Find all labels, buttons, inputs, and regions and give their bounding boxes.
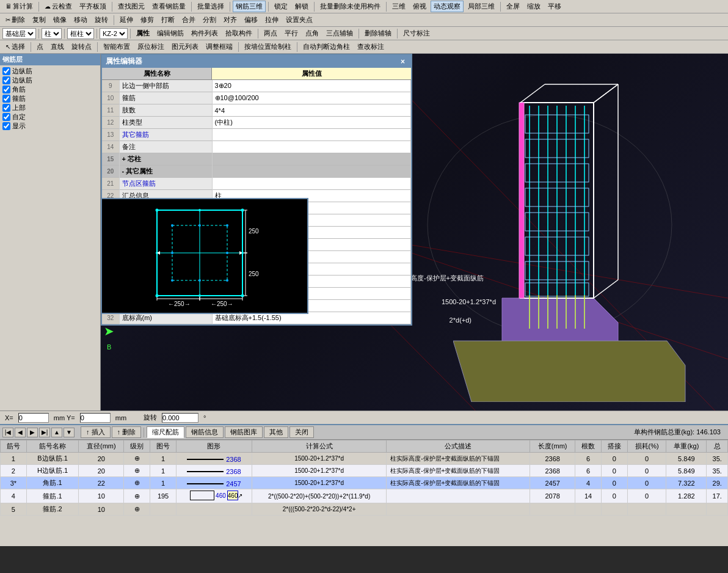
tb-local-3d[interactable]: 局部三维 — [465, 1, 498, 12]
nav-down[interactable]: ▼ — [64, 428, 75, 437]
tb-check-ann[interactable]: 查改标注 — [354, 41, 387, 53]
rotate-input[interactable] — [162, 413, 198, 423]
tb-trim[interactable]: 修剪 — [137, 14, 157, 26]
prop-editor-close[interactable]: × — [398, 57, 407, 66]
tb-align2[interactable]: 对齐 — [220, 14, 240, 26]
prop-row[interactable]: 9 比边一侧中部筋 3⊕20 — [102, 80, 411, 92]
tb-top[interactable]: 俯视 — [410, 1, 429, 12]
prop-row-value[interactable] — [212, 141, 411, 153]
sidebar-cb-6[interactable] — [2, 113, 10, 121]
sidebar-item-bianzjin[interactable]: 边纵筋 — [2, 67, 98, 76]
nav-prev[interactable]: ◀ — [15, 428, 26, 437]
prop-row[interactable]: 14 备注 — [102, 141, 411, 153]
tb-calc[interactable]: 🖩 算计算 — [2, 1, 36, 12]
prop-row-value[interactable] — [212, 129, 411, 141]
tb-split[interactable]: 分割 — [200, 14, 219, 26]
tb-rotate-point[interactable]: 旋转点 — [68, 41, 95, 53]
tb-dim-size[interactable]: 尺寸标注 — [400, 27, 433, 39]
tab-rebar-info[interactable]: 钢筋信息 — [186, 426, 224, 438]
tb-delete[interactable]: ✂ 删除 — [2, 14, 28, 26]
nav-next[interactable]: ▶ — [27, 428, 38, 437]
sidebar-cb-3[interactable] — [2, 86, 10, 93]
tb-dynamic[interactable]: 动态观察 — [431, 1, 464, 12]
comp-sub-select[interactable]: 框柱 — [67, 28, 94, 39]
nav-last[interactable]: ▶| — [39, 428, 50, 437]
tb-break[interactable]: 打断 — [158, 14, 178, 26]
prop-row[interactable]: 21 节点区箍筋 — [102, 178, 411, 190]
layer-select[interactable]: 基础层 — [2, 28, 36, 39]
tb-copy[interactable]: 复制 — [29, 14, 49, 26]
tb-draw-point[interactable]: 点 — [34, 41, 46, 53]
tb-3d[interactable]: 三维 — [389, 1, 409, 12]
sidebar-cb-1[interactable] — [2, 67, 10, 75]
sidebar-item-bianzjin2[interactable]: 边纵筋 — [2, 76, 98, 85]
tb-parallel[interactable]: 平行 — [282, 27, 301, 39]
tb-elem-list[interactable]: 图元列表 — [169, 41, 202, 53]
tb-pan[interactable]: 平移 — [545, 1, 564, 12]
tb-prop[interactable]: 属性 — [133, 27, 153, 39]
sidebar-item-jiaoyin[interactable]: 角筋 — [2, 85, 98, 94]
sidebar-item-xianshi[interactable]: 显示 — [2, 122, 98, 131]
sidebar-item-hujin[interactable]: 箍筋 — [2, 94, 98, 103]
sidebar-cb-2[interactable] — [2, 76, 10, 84]
prop-row[interactable]: 15 + 芯柱 — [102, 153, 411, 166]
sidebar-cb-5[interactable] — [2, 104, 10, 112]
prop-row-value[interactable] — [212, 324, 411, 325]
y-input[interactable] — [80, 413, 111, 423]
table-row[interactable]: 3* 角筋.1 22 ⊕ 1 2457 1500-20+1.2*37*d 柱实际… — [1, 477, 728, 489]
tb-merge[interactable]: 合并 — [179, 14, 198, 26]
tab-scale[interactable]: 缩尺配筋 — [147, 426, 184, 438]
tb-unlock[interactable]: 解锁 — [292, 1, 311, 12]
sidebar-item-shang[interactable]: 上部 — [2, 103, 98, 112]
comp-id-select[interactable]: KZ-2 — [100, 28, 128, 39]
tb-batch-select[interactable]: 批量选择 — [194, 1, 227, 12]
tb-fullscreen[interactable]: 全屏 — [503, 1, 523, 12]
prop-row-value[interactable] — [212, 153, 411, 166]
tb-view-rebar[interactable]: 查看钢筋量 — [149, 1, 189, 12]
tb-lock[interactable]: 锁定 — [271, 1, 291, 12]
tb-cloud[interactable]: ☁ 云检查 — [42, 1, 75, 12]
tb-find[interactable]: 查找图元 — [115, 1, 148, 12]
tb-rebar3d[interactable]: 钢筋三维 — [233, 1, 266, 12]
table-row[interactable]: 5 箍筋.2 10 ⊕ 2*(((500-2*20-2*d-22)/4*2+ — [1, 503, 728, 516]
prop-row-value[interactable]: 3⊕20 — [212, 80, 411, 92]
tb-align[interactable]: 平齐板顶 — [76, 1, 109, 12]
prop-row-value[interactable]: (中柱) — [212, 117, 411, 129]
tb-batch-delete[interactable]: 批量删除未使用构件 — [317, 1, 384, 12]
prop-row-value[interactable]: ⊕10@100/200 — [212, 92, 411, 104]
nav-up[interactable]: ▲ — [51, 428, 62, 437]
tb-three-point[interactable]: 三点辅轴 — [323, 27, 356, 39]
tab-other[interactable]: 其他 — [264, 426, 288, 438]
tab-close[interactable]: 关闭 — [289, 426, 314, 438]
table-row[interactable]: 1 B边纵筋.1 20 ⊕ 1 2368 1500-20+1.2*37*d 柱实… — [1, 453, 728, 465]
tb-delete-axis[interactable]: 删除辅轴 — [362, 27, 395, 39]
prop-row-value[interactable] — [212, 178, 411, 190]
comp-type-select[interactable]: 柱 — [42, 28, 62, 39]
prop-row[interactable]: 20 - 其它属性 — [102, 166, 411, 178]
sidebar-cb-4[interactable] — [2, 95, 10, 103]
tab-rebar-lib[interactable]: 钢筋图库 — [225, 426, 263, 438]
tb-point-angle[interactable]: 点角 — [302, 27, 322, 39]
tb-orig-ann[interactable]: 原位标注 — [134, 41, 167, 53]
tb-mirror[interactable]: 镜像 — [50, 14, 70, 26]
tb-wall-place[interactable]: 按墙位置绘制柱 — [241, 41, 294, 53]
tb-adjust-end[interactable]: 调整框端 — [203, 41, 236, 53]
prop-row[interactable]: 33 桩固搭接 — [102, 324, 411, 325]
tb-grip[interactable]: 设置夹点 — [283, 14, 316, 26]
tb-zoom[interactable]: 缩放 — [524, 1, 544, 12]
x-input[interactable] — [18, 413, 49, 423]
tb-auto-corner[interactable]: 自动判断边角柱 — [300, 41, 353, 53]
prop-row[interactable]: 10 箍筋 ⊕10@100/200 — [102, 92, 411, 104]
rebar-table-wrap[interactable]: 筋号 筋号名称 直径(mm) 级别 图号 图形 计算公式 公式描述 长度(mm)… — [0, 440, 728, 534]
tb-move[interactable]: 移动 — [71, 14, 90, 26]
tb-two-point[interactable]: 两点 — [261, 27, 280, 39]
tab-delete-row[interactable]: ↑ 删除 — [112, 426, 142, 438]
table-row[interactable]: 2 H边纵筋.1 20 ⊕ 1 2368 1500-20+1.2*37*d 柱实… — [1, 465, 728, 477]
tb-select[interactable]: ↖ 选择 — [2, 41, 28, 53]
tb-smart-place[interactable]: 智能布置 — [100, 41, 133, 53]
prop-row[interactable]: 11 肢数 4*4 — [102, 104, 411, 117]
nav-arrow[interactable]: ➤ — [104, 324, 114, 338]
tb-rotate[interactable]: 旋转 — [92, 14, 111, 26]
sidebar-cb-7[interactable] — [2, 122, 10, 130]
tb-draw-line[interactable]: 直线 — [48, 41, 67, 53]
